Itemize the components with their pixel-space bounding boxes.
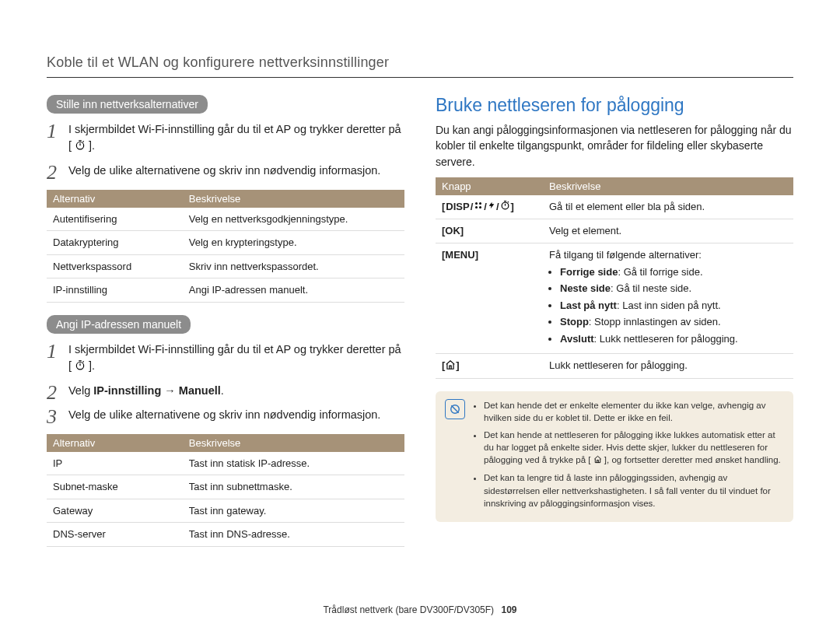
two-column-layout: Stille inn nettverksalternativer I skjer…: [47, 95, 793, 559]
key-home: []: [436, 354, 543, 379]
table-network-options: Alternativ Beskrivelse AutentifiseringVe…: [47, 190, 404, 303]
right-column: Bruke nettleseren for pålogging Du kan a…: [436, 95, 793, 559]
step-item: Velg de ulike alternativene og skriv inn…: [47, 407, 404, 423]
th-beskrivelse: Beskrivelse: [183, 190, 404, 208]
home-icon: [593, 454, 602, 467]
table-manual-ip: Alternativ Beskrivelse IPTast inn statis…: [47, 434, 404, 547]
table-row: [OK] Velg et element.: [436, 219, 793, 243]
note-item: Det kan hende at nettleseren for påloggi…: [484, 429, 784, 467]
step-text: I skjermbildet Wi-Fi-innstilling går du …: [68, 123, 401, 152]
step-item: Velg de ulike alternativene og skriv inn…: [47, 163, 404, 179]
list-item: Last på nytt: Last inn siden på nytt.: [560, 299, 787, 313]
page-header: Koble til et WLAN og konfigurere nettver…: [47, 54, 793, 71]
menu-intro: Få tilgang til følgende alternativer:: [549, 248, 787, 262]
table-row: [MENU] Få tilgang til følgende alternati…: [436, 243, 793, 353]
list-item: Stopp: Stopp innlastingen av siden.: [560, 315, 787, 329]
step-item: Velg IP-innstilling → Manuell.: [47, 383, 404, 399]
note-box: Det kan hende det er enkelte elementer d…: [436, 391, 793, 522]
th-knapp: Knapp: [436, 177, 543, 195]
section-title-browser-login: Bruke nettleseren for pålogging: [436, 95, 793, 116]
page-footer: Trådløst nettverk (bare DV300F/DV305F) 1…: [0, 604, 840, 615]
th-alternativ: Alternativ: [47, 190, 183, 208]
svg-point-3: [479, 202, 481, 205]
home-icon: [445, 359, 456, 374]
key-menu: [MENU]: [436, 243, 543, 353]
table-row: NettverkspassordSkriv inn nettverkspasso…: [47, 254, 404, 278]
list-item: Avslutt: Lukk nettleseren for pålogging.: [560, 332, 787, 346]
note-item: Det kan ta lengre tid å laste inn pålogg…: [484, 471, 784, 509]
menu-options-list: Forrige side: Gå til forrige side. Neste…: [549, 265, 787, 346]
note-icon: [445, 399, 465, 419]
th-alternativ: Alternativ: [47, 434, 183, 452]
steps-manual-ip: I skjermbildet Wi-Fi-innstilling går du …: [47, 342, 404, 423]
table-header-row: Alternativ Beskrivelse: [47, 190, 404, 208]
svg-point-1: [76, 362, 83, 369]
table-row: Subnet-maskeTast inn subnettmaske.: [47, 475, 404, 499]
section-tag-network-options: Stille inn nettverksalternativer: [47, 95, 208, 114]
table-row: IPTast inn statisk IP-adresse.: [47, 452, 404, 475]
svg-point-5: [479, 206, 481, 208]
footer-text: Trådløst nettverk (bare DV300F/DV305F): [323, 604, 494, 615]
table-row: DatakrypteringVelg en krypteringstype.: [47, 231, 404, 255]
list-item: Forrige side: Gå til forrige side.: [560, 265, 787, 279]
step-text-suffix: ].: [89, 359, 95, 372]
th-beskrivelse: Beskrivelse: [183, 434, 404, 452]
th-beskrivelse: Beskrivelse: [543, 177, 793, 195]
section-tag-manual-ip: Angi IP-adressen manuelt: [47, 315, 191, 334]
manual-page: Koble til et WLAN og konfigurere nettver…: [0, 0, 840, 634]
steps-network-options: I skjermbildet Wi-Fi-innstilling går du …: [47, 121, 404, 179]
step-text-suffix: ].: [89, 139, 95, 152]
table-row: GatewayTast inn gateway.: [47, 499, 404, 523]
macro-icon: [474, 200, 483, 214]
table-header-row: Alternativ Beskrivelse: [47, 434, 404, 452]
svg-point-2: [475, 202, 478, 205]
left-column: Stille inn nettverksalternativer I skjer…: [47, 95, 404, 559]
timer-icon: [75, 138, 86, 155]
step-text: Velg de ulike alternativene og skriv inn…: [68, 408, 380, 421]
step-text-pre: Velg: [68, 384, 93, 397]
step-item: I skjermbildet Wi-Fi-innstilling går du …: [47, 121, 404, 155]
step-text: I skjermbildet Wi-Fi-innstilling går du …: [68, 343, 401, 372]
timer-icon: [500, 200, 510, 214]
table-row: AutentifiseringVelg en nettverksgodkjenn…: [47, 208, 404, 231]
table-row: IP-innstillingAngi IP-adressen manuelt.: [47, 278, 404, 303]
key-ok: [OK]: [436, 219, 543, 243]
flash-icon: [488, 200, 495, 215]
step-text-suf: .: [221, 384, 224, 397]
timer-icon: [75, 359, 86, 375]
step-text: Velg de ulike alternativene og skriv inn…: [68, 164, 380, 177]
step-text-bold: IP-innstilling → Manuell: [93, 384, 221, 397]
page-number: 109: [501, 604, 516, 615]
header-rule: [47, 77, 793, 78]
list-item: Neste side: Gå til neste side.: [560, 282, 787, 296]
note-list: Det kan hende det er enkelte elementer d…: [473, 399, 784, 514]
svg-point-4: [475, 206, 478, 208]
key-disp: [DISP/ / / ]: [436, 195, 543, 219]
table-row: [] Lukk nettleseren for pålogging.: [436, 354, 793, 379]
step-item: I skjermbildet Wi-Fi-innstilling går du …: [47, 342, 404, 375]
table-row: DNS-serverTast inn DNS-adresse.: [47, 523, 404, 547]
section-intro: Du kan angi påloggingsinformasjonen via …: [436, 122, 793, 170]
table-browser-buttons: Knapp Beskrivelse [DISP/ / / ]: [436, 177, 793, 379]
table-header-row: Knapp Beskrivelse: [436, 177, 793, 195]
table-row: [DISP/ / / ] Gå til et element eller bla…: [436, 195, 793, 219]
note-item: Det kan hende det er enkelte elementer d…: [484, 399, 784, 424]
